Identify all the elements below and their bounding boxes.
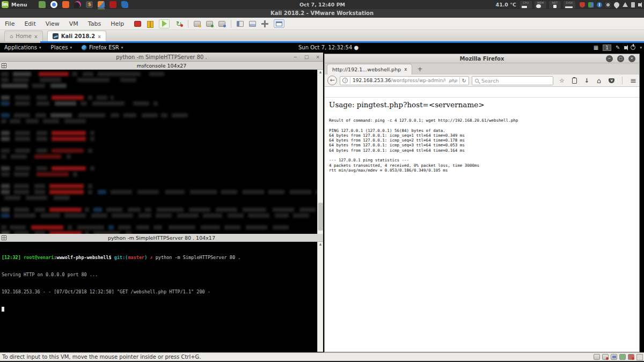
- menu-view[interactable]: View: [41, 20, 64, 27]
- firefox-tab-close-icon[interactable]: x: [404, 67, 407, 72]
- menu-help[interactable]: Help: [106, 20, 129, 27]
- firefox-close-icon[interactable]: ✕: [628, 55, 635, 62]
- wifi-icon[interactable]: [623, 2, 628, 7]
- firefox-minimize-icon[interactable]: −: [606, 55, 613, 62]
- new-tab-button[interactable]: +: [417, 65, 422, 73]
- keepass-icon[interactable]: [109, 1, 116, 8]
- location-icon[interactable]: [613, 1, 620, 8]
- msfconsole-pane-header[interactable]: msfconsole 104x27: [0, 62, 323, 70]
- url-bar[interactable]: i 192.168.253.36/wordpress/wp-admin/0504…: [340, 76, 469, 85]
- network-adapter-icon[interactable]: [611, 354, 617, 360]
- unity-mode-icon[interactable]: [274, 19, 284, 28]
- shield-icon[interactable]: [580, 2, 585, 8]
- color-picker-icon[interactable]: [74, 1, 81, 8]
- page-divider: [325, 97, 639, 98]
- snapshot-manager-icon[interactable]: [218, 21, 225, 27]
- kali-power-icon[interactable]: [631, 45, 635, 50]
- snapshot-revert-icon[interactable]: ↻: [175, 21, 182, 27]
- reload-icon[interactable]: ↻: [462, 78, 466, 84]
- mem-monitor[interactable]: MEM: [535, 1, 546, 9]
- firefox-titlebar[interactable]: Mozilla Firefox − □ ✕: [325, 54, 639, 63]
- scroll-up-icon[interactable]: ▲: [318, 70, 323, 74]
- httpserver-pane-title: python -m SimpleHTTPServer 80 . 104x17: [108, 235, 215, 241]
- active-app-icon[interactable]: [98, 1, 105, 8]
- tab-home[interactable]: ⌂ Home x: [4, 31, 43, 41]
- downloads-icon[interactable]: ↓: [584, 78, 589, 84]
- mint-menu-icon[interactable]: lm: [2, 1, 9, 8]
- suspend-icon[interactable]: [147, 21, 153, 27]
- httpserver-pane[interactable]: [12:32] root@venari:wwwolf-php-webshell$…: [0, 242, 323, 352]
- host-clock[interactable]: Oct 7, 12:40 PM: [299, 0, 345, 9]
- revert-snapshot-icon[interactable]: [206, 21, 213, 27]
- msfconsole-scrollbar[interactable]: ▲: [317, 70, 323, 234]
- disk-monitor[interactable]: DISK: [564, 1, 575, 9]
- php-page-action[interactable]: php: [449, 78, 457, 83]
- resize-grip[interactable]: [636, 354, 643, 360]
- terminal-minimize-icon[interactable]: −: [293, 53, 297, 62]
- net-monitor[interactable]: NET: [549, 1, 561, 9]
- kali-clock[interactable]: Sun Oct 7, 12:32:54 ●: [298, 43, 358, 52]
- take-snapshot-icon[interactable]: [194, 21, 201, 27]
- scroll-up-icon[interactable]: ▲: [318, 242, 323, 246]
- workspace-switcher[interactable]: 1: [603, 45, 611, 51]
- firefox-tab[interactable]: http://192.1...webshell.php x: [327, 64, 412, 75]
- bookmark-star-icon[interactable]: ☆: [559, 78, 565, 84]
- redacted-line: [1, 206, 316, 212]
- fan-icon[interactable]: [605, 2, 611, 8]
- money-icon[interactable]: $: [86, 1, 93, 8]
- files-icon[interactable]: [39, 1, 46, 8]
- power-on-icon[interactable]: [159, 19, 170, 28]
- tab-home-close-icon[interactable]: x: [34, 34, 38, 39]
- remote-desktop-icon[interactable]: ▦: [594, 45, 598, 50]
- scrollbar-thumb[interactable]: [318, 203, 323, 231]
- split-grid-icon[interactable]: [2, 63, 6, 68]
- fullscreen-icon[interactable]: [261, 20, 268, 27]
- applications-menu[interactable]: Applications▾: [4, 45, 41, 50]
- usb-icon[interactable]: [628, 354, 634, 360]
- ping-line: [329, 153, 518, 158]
- display-icon[interactable]: [619, 354, 626, 360]
- places-menu[interactable]: Places▾: [51, 45, 72, 50]
- network-icon[interactable]: [588, 2, 594, 8]
- terminal-close-icon[interactable]: ×: [316, 53, 320, 62]
- menu-file[interactable]: File: [0, 20, 19, 27]
- menu-edit[interactable]: Edit: [19, 20, 40, 27]
- chrome-icon[interactable]: [50, 1, 57, 8]
- search-input[interactable]: Search: [472, 76, 553, 85]
- cpu-monitor[interactable]: CPU: [520, 1, 532, 9]
- harddisk-icon[interactable]: [594, 354, 600, 360]
- thunderbird-icon[interactable]: [121, 1, 128, 8]
- cdrom-icon[interactable]: [602, 354, 609, 360]
- redacted-line: [1, 218, 316, 224]
- host-menu-button[interactable]: Menu: [11, 2, 27, 8]
- battery-icon[interactable]: [631, 2, 635, 8]
- pocket-icon[interactable]: v: [609, 78, 614, 83]
- power-off-icon[interactable]: [134, 21, 141, 27]
- app-orange-icon[interactable]: [62, 1, 69, 8]
- pen-icon[interactable]: ✎: [616, 45, 620, 50]
- kali-volume-icon[interactable]: [624, 46, 626, 49]
- library-panel-icon[interactable]: [237, 21, 244, 27]
- console-view-icon[interactable]: [249, 21, 256, 27]
- menu-tabs[interactable]: Tabs: [83, 20, 106, 27]
- menu-hamburger-icon[interactable]: ≡: [630, 78, 636, 84]
- site-info-icon[interactable]: i: [342, 78, 348, 83]
- tab-kali-close-icon[interactable]: x: [98, 34, 101, 39]
- bluetooth-icon[interactable]: ᛒ: [597, 2, 602, 8]
- back-button[interactable]: ←: [327, 76, 337, 85]
- home-icon[interactable]: ⌂: [597, 78, 601, 84]
- firefox-maximize-icon[interactable]: □: [617, 55, 624, 62]
- msfconsole-pane[interactable]: ▲: [0, 70, 323, 234]
- tab-kali[interactable]: Kali 2018.2 x: [47, 31, 106, 41]
- firefox-esr-menu[interactable]: Firefox ESR▾: [82, 45, 123, 50]
- menu-vm[interactable]: VM: [64, 20, 83, 27]
- reading-list-icon[interactable]: [572, 78, 577, 84]
- terminal-maximize-icon[interactable]: □: [304, 53, 309, 62]
- redacted-line: [1, 106, 316, 112]
- panel-caret-icon[interactable]: ▾: [640, 46, 642, 50]
- httpserver-scrollbar[interactable]: ▲: [317, 242, 323, 352]
- terminal-titlebar[interactable]: python -m SimpleHTTPServer 80 . − □ ×: [0, 53, 323, 62]
- split-grid-icon[interactable]: [2, 235, 6, 240]
- volume-icon[interactable]: [638, 3, 640, 6]
- httpserver-pane-header[interactable]: python -m SimpleHTTPServer 80 . 104x17: [0, 234, 323, 242]
